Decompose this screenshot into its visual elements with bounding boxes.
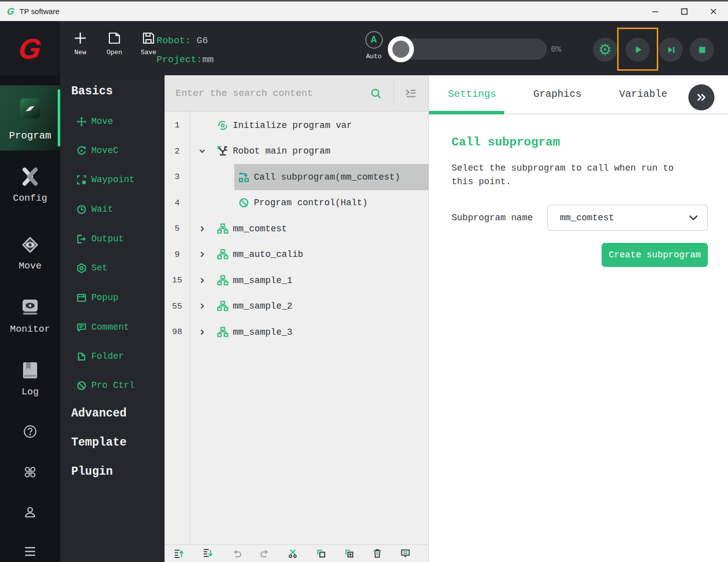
search-input[interactable] (165, 75, 394, 111)
halt-icon (238, 197, 249, 208)
monitor-icon (18, 295, 42, 319)
help-button[interactable] (0, 424, 60, 439)
menu-icon (22, 544, 38, 559)
tree-row-subprogram[interactable]: 98 mm_sample_3 (165, 319, 428, 345)
tree-row-initialize[interactable]: 1 Initialize program var (165, 112, 428, 138)
speed-value: 0% (551, 45, 561, 54)
close-button[interactable] (699, 2, 728, 21)
chevron-right-icon[interactable] (199, 303, 207, 310)
tree-row-robot-main[interactable]: 2 Robot main program (165, 138, 428, 165)
tree-row-label: mm_sample_2 (233, 301, 293, 311)
stop-button[interactable] (690, 38, 714, 62)
sidebar-item-program[interactable]: Program (0, 85, 60, 151)
delete-button[interactable] (371, 548, 383, 559)
outline-toggle-icon[interactable] (404, 87, 417, 99)
minimize-button[interactable] (641, 2, 670, 21)
tab-settings[interactable]: Settings (448, 88, 496, 100)
tree-row-subprogram[interactable]: 5 mm_comtest (165, 216, 428, 242)
sidebar-item-config[interactable]: Config (0, 165, 60, 204)
run-settings-button[interactable]: ⚙ (593, 38, 617, 62)
cut-button[interactable] (287, 548, 299, 559)
tree-row-label: mm_sample_1 (233, 275, 293, 286)
tree-row-label: Call subprogram(mm_comtest) (254, 172, 400, 182)
tree-row-subprogram[interactable]: 9 mm_auto_calib (165, 242, 428, 268)
tree-row-program-control[interactable]: 4 Program control(Halt) (165, 190, 428, 216)
create-subprogram-button[interactable]: Create subprogram (602, 243, 708, 267)
new-button[interactable]: New (69, 31, 91, 56)
sidebar-item-log[interactable]: Log (0, 358, 60, 397)
palette-item-movec[interactable]: MoveC (76, 144, 118, 157)
chevron-right-icon[interactable] (199, 225, 207, 232)
open-button[interactable]: Open (103, 31, 125, 56)
stop-icon (697, 45, 707, 55)
chevron-right-icon[interactable] (199, 251, 207, 258)
palette-item-waypoint[interactable]: Waypoint (76, 173, 134, 186)
config-icon (18, 165, 42, 189)
palette-item-comment[interactable]: Comment (76, 321, 129, 334)
project-value: mm (202, 54, 214, 65)
app-window: G TP software G New (0, 0, 728, 562)
palette-item-label: Pro Ctrl (91, 380, 134, 390)
sidebar-item-move[interactable]: Move (0, 233, 60, 271)
subprogram-name-select[interactable]: mm_comtest (547, 205, 708, 231)
tree-row-call-subprogram[interactable]: 3 Call subprogram(mm_comtest) (165, 164, 428, 190)
tree-row-subprogram[interactable]: 55 mm_sample_2 (165, 294, 428, 320)
sidebar-item-monitor[interactable]: Monitor (0, 295, 60, 335)
palette-item-label: Popup (91, 293, 118, 303)
speed-slider[interactable]: 0% (389, 39, 547, 60)
tree-row-label: mm_sample_3 (233, 327, 293, 337)
auto-mode-indicator[interactable]: A Auto (362, 31, 385, 60)
maximize-button[interactable] (670, 2, 699, 21)
paste-button[interactable] (343, 548, 355, 559)
comment-icon (76, 322, 87, 333)
palette-item-pro-ctrl[interactable]: Pro Ctrl (76, 379, 134, 392)
palette-section-template[interactable]: Template (71, 436, 126, 449)
redo-button[interactable] (259, 548, 271, 559)
chevron-right-icon[interactable] (199, 277, 207, 284)
move-icon (18, 233, 42, 257)
inspector-panel: Settings Graphics Variable Call subprogr… (428, 75, 728, 562)
line-number: 98 (165, 327, 190, 337)
tab-variable[interactable]: Variable (619, 88, 667, 100)
delete-icon (371, 548, 383, 559)
play-button[interactable] (626, 38, 650, 62)
copy-button[interactable] (315, 548, 327, 559)
line-number: 5 (165, 224, 190, 233)
paste-icon (343, 548, 355, 559)
new-plus-icon (73, 31, 87, 45)
tree-row-subprogram[interactable]: 15 mm_sample_1 (165, 267, 428, 294)
play-icon (632, 44, 643, 55)
palette-section-plugin[interactable]: Plugin (71, 465, 113, 478)
popup-icon (76, 293, 87, 303)
subprogram-name-value: mm_comtest (560, 213, 614, 223)
palette-item-label: Wait (91, 204, 113, 214)
apps-button[interactable] (0, 465, 60, 480)
palette-item-move[interactable]: Move (76, 115, 113, 128)
open-file-icon (107, 31, 121, 45)
palette-item-label: Waypoint (91, 175, 134, 185)
palette-item-label: Move (91, 116, 113, 126)
insert-before-button[interactable] (173, 548, 186, 559)
palette-item-wait[interactable]: Wait (76, 203, 113, 216)
step-button[interactable] (659, 38, 683, 62)
speed-slider-knob[interactable] (388, 36, 414, 62)
palette-item-output[interactable]: Output (76, 232, 124, 245)
palette-item-popup[interactable]: Popup (76, 291, 118, 304)
menu-button[interactable] (0, 544, 60, 559)
program-icon (18, 96, 42, 120)
search-icon[interactable] (370, 88, 382, 99)
more-tabs-button[interactable] (688, 84, 714, 110)
palette-section-advanced[interactable]: Advanced (71, 407, 126, 420)
user-button[interactable] (0, 505, 60, 520)
active-tab-indicator (429, 111, 504, 114)
titlebar: G TP software (0, 0, 728, 21)
chevron-down-icon[interactable] (199, 148, 207, 155)
sidebar-item-label: Program (0, 130, 60, 142)
palette-item-folder[interactable]: Folder (76, 350, 124, 363)
chevron-right-icon[interactable] (199, 329, 207, 336)
undo-button[interactable] (231, 548, 243, 559)
palette-item-set[interactable]: Set (76, 261, 107, 274)
tab-graphics[interactable]: Graphics (533, 88, 581, 100)
insert-after-button[interactable] (202, 548, 215, 559)
comment-button[interactable] (399, 548, 411, 559)
